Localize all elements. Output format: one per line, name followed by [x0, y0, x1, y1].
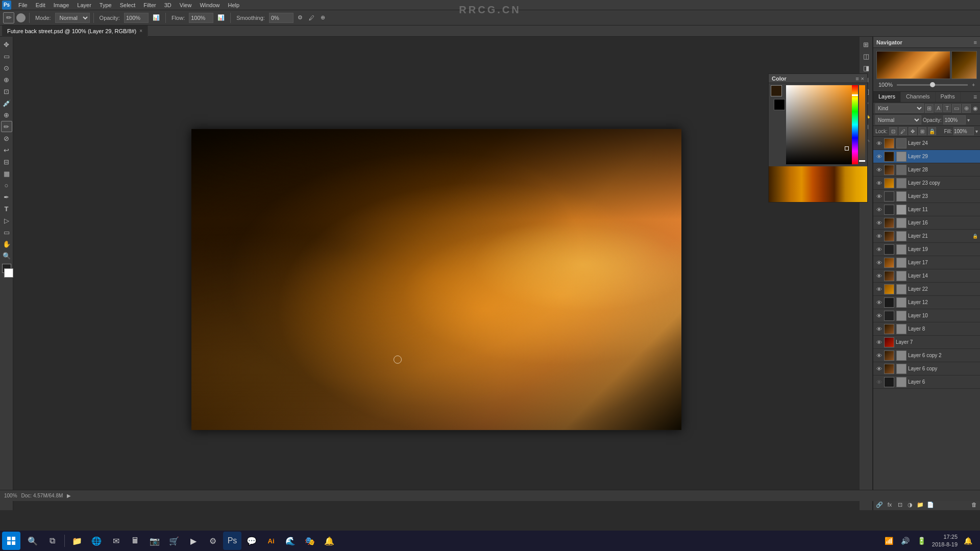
- layer-name[interactable]: Layer 24: [908, 140, 978, 146]
- navigator-header[interactable]: Navigator ≡: [873, 37, 980, 48]
- layer-row[interactable]: 👁 Layer 24: [873, 137, 980, 150]
- color-opacity-bar[interactable]: [859, 85, 865, 164]
- gradient-tool[interactable]: ▦: [1, 168, 12, 179]
- history-brush-tool[interactable]: ↩: [1, 144, 12, 156]
- layer-row[interactable]: 👁 Layer 8: [873, 322, 980, 336]
- filter-adjust-icon[interactable]: A: [935, 104, 942, 112]
- layers-panel-options[interactable]: ≡: [970, 92, 980, 102]
- task-view-button[interactable]: ⧉: [43, 532, 61, 550]
- filter-smart-icon[interactable]: ⊕: [962, 104, 971, 113]
- layer-visibility-toggle[interactable]: 👁: [875, 206, 883, 213]
- mode-select[interactable]: Normal Multiply Screen Overlay: [55, 13, 90, 23]
- app1-button[interactable]: 🎭: [301, 532, 319, 550]
- hand-tool[interactable]: ✋: [1, 238, 12, 249]
- layer-visibility-toggle[interactable]: 👁: [875, 299, 883, 306]
- arrow-status[interactable]: ▶: [67, 493, 71, 498]
- menu-image[interactable]: Image: [50, 0, 74, 10]
- arrange-panels-button[interactable]: ⊞: [861, 39, 872, 50]
- canvas-area[interactable]: [13, 37, 860, 510]
- menu-filter[interactable]: Filter: [139, 0, 160, 10]
- menu-select[interactable]: Select: [116, 0, 140, 10]
- flow-input[interactable]: 100%: [189, 13, 213, 23]
- layer-visibility-toggle[interactable]: 👁: [875, 272, 883, 280]
- zoom-thumb[interactable]: [930, 82, 935, 87]
- crop-tool[interactable]: ⊡: [1, 86, 12, 97]
- layer-name[interactable]: Layer 23 copy: [908, 180, 978, 186]
- layer-visibility-toggle[interactable]: 👁: [875, 246, 883, 253]
- lock-image-btn[interactable]: 🖊: [899, 127, 907, 135]
- zoom-in-icon[interactable]: +: [972, 82, 975, 88]
- calculator-button[interactable]: 🖩: [126, 532, 144, 550]
- wechat-button[interactable]: 💬: [242, 532, 261, 550]
- layer-visibility-toggle[interactable]: 👁: [875, 365, 883, 372]
- lock-transparent-btn[interactable]: ⊡: [889, 127, 897, 135]
- pen-tool[interactable]: ✒: [1, 191, 12, 203]
- search-button[interactable]: 🔍: [23, 532, 42, 550]
- panel-toggle-2[interactable]: ◨: [861, 62, 872, 73]
- store-button[interactable]: 🛒: [165, 532, 183, 550]
- fill-arrow[interactable]: ▾: [975, 129, 978, 134]
- path-select-tool[interactable]: ▷: [1, 215, 12, 226]
- lock-all-btn[interactable]: 🔒: [928, 127, 936, 135]
- bg-color-swatch[interactable]: [4, 268, 13, 278]
- layer-name[interactable]: Layer 14: [908, 273, 978, 279]
- filter-type-icon[interactable]: T: [943, 104, 951, 112]
- menu-type[interactable]: Type: [95, 0, 116, 10]
- text-tool[interactable]: T: [1, 203, 12, 214]
- layer-visibility-toggle[interactable]: 👁: [875, 379, 883, 386]
- canvas[interactable]: [191, 129, 681, 430]
- layer-visibility-toggle[interactable]: 👁: [875, 219, 883, 227]
- layers-list[interactable]: 👁 Layer 24 👁 Layer 29 👁 Lay: [873, 137, 980, 498]
- navigator-options-icon[interactable]: ≡: [974, 39, 977, 45]
- layer-name[interactable]: Layer 28: [908, 167, 978, 172]
- tab-layers[interactable]: Layers: [873, 92, 901, 102]
- filter-pixel-icon[interactable]: ⊞: [925, 104, 934, 113]
- menu-layer[interactable]: Layer: [73, 0, 95, 10]
- layer-row[interactable]: 👁 Layer 6: [873, 375, 980, 389]
- app2-button[interactable]: 🔔: [320, 532, 338, 550]
- battery-icon[interactable]: 🔋: [916, 535, 928, 547]
- photoshop-taskbar-button[interactable]: Ps: [223, 532, 241, 550]
- tab-paths[interactable]: Paths: [936, 92, 961, 102]
- opacity-arrow[interactable]: ▾: [967, 117, 970, 123]
- layer-row[interactable]: 👁 Layer 29: [873, 150, 980, 163]
- move-tool[interactable]: ✥: [1, 39, 12, 50]
- mail-button[interactable]: ✉: [107, 532, 125, 550]
- background-color-picker[interactable]: [774, 99, 785, 110]
- layer-visibility-toggle[interactable]: 👁: [875, 286, 883, 293]
- menu-file[interactable]: File: [14, 0, 32, 10]
- brush-tool[interactable]: ✏: [1, 121, 12, 132]
- blend-mode-select[interactable]: Normal Multiply Screen Overlay Soft Ligh…: [875, 115, 921, 124]
- layer-row[interactable]: 👁 Layer 6 copy: [873, 362, 980, 375]
- pressure-button[interactable]: 🖊: [307, 12, 316, 24]
- smoothing-input[interactable]: 0%: [269, 13, 293, 23]
- layer-row[interactable]: 👁 Layer 10: [873, 309, 980, 322]
- layers-opacity-input[interactable]: 100%: [943, 115, 966, 124]
- lasso-tool[interactable]: ⊙: [1, 62, 12, 73]
- settings-button[interactable]: ⚙: [204, 532, 222, 550]
- adobe-ai-button[interactable]: Ai: [262, 532, 280, 550]
- dodge-tool[interactable]: ○: [1, 180, 12, 191]
- shape-tool[interactable]: ▭: [1, 227, 12, 238]
- add-adjustment-button[interactable]: ◑: [906, 500, 914, 509]
- layer-row[interactable]: 👁 Layer 16: [873, 216, 980, 230]
- add-style-button[interactable]: fx: [886, 500, 894, 509]
- canvas-image[interactable]: [191, 129, 681, 430]
- layer-name[interactable]: Layer 11: [908, 207, 978, 212]
- file-explorer-button[interactable]: 📁: [68, 532, 86, 550]
- menu-help[interactable]: Help: [224, 0, 244, 10]
- layer-name[interactable]: Layer 7: [896, 339, 978, 345]
- layer-row[interactable]: 👁 Layer 19: [873, 243, 980, 256]
- volume-icon[interactable]: 🔊: [899, 535, 912, 547]
- layer-visibility-toggle[interactable]: 👁: [875, 193, 883, 200]
- add-mask-button[interactable]: ⊡: [896, 500, 904, 509]
- layer-visibility-toggle[interactable]: 👁: [875, 325, 883, 333]
- start-button[interactable]: [2, 532, 20, 550]
- layer-name[interactable]: Layer 6: [908, 379, 978, 385]
- brush-preset-button[interactable]: [16, 13, 26, 22]
- layer-row[interactable]: 👁 Layer 17: [873, 256, 980, 269]
- layer-row[interactable]: 👁 Layer 23 copy: [873, 177, 980, 190]
- notifications-icon[interactable]: 🔔: [962, 535, 974, 547]
- layer-visibility-toggle[interactable]: 👁: [875, 233, 883, 240]
- layer-name[interactable]: Layer 23: [908, 193, 978, 199]
